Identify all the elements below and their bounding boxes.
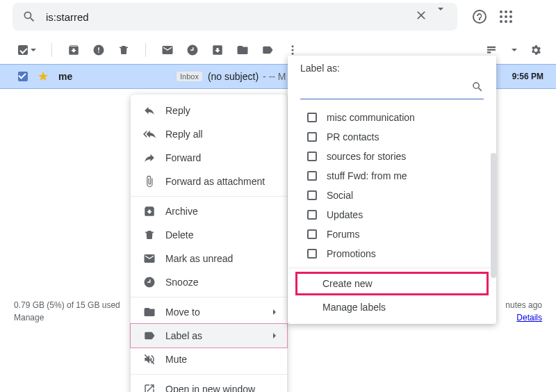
label-option[interactable]: Social — [300, 186, 484, 205]
label-option[interactable]: Updates — [300, 205, 484, 224]
checkbox-icon[interactable] — [307, 132, 317, 142]
folder-icon — [143, 306, 156, 318]
svg-point-0 — [500, 10, 502, 13]
email-subject: (no subject) — [208, 71, 259, 82]
checkbox-icon[interactable] — [307, 249, 317, 259]
ctx-mark-unread[interactable]: Mark as unread — [131, 247, 287, 270]
checkbox-icon[interactable] — [307, 113, 317, 122]
ctx-archive[interactable]: Archive — [131, 199, 287, 223]
search-options-icon[interactable] — [432, 8, 448, 26]
mark-unread-icon[interactable] — [161, 44, 174, 56]
storage-text: 0.79 GB (5%) of 15 GB used — [14, 299, 120, 311]
create-new-label[interactable]: Create new — [296, 272, 488, 295]
checkbox-icon[interactable] — [307, 190, 317, 200]
search-box[interactable] — [13, 3, 457, 31]
manage-labels[interactable]: Manage labels — [296, 296, 488, 318]
chevron-right-icon — [273, 309, 276, 315]
ctx-move-to[interactable]: Move to — [131, 300, 287, 324]
ctx-label-as[interactable]: Label as — [131, 324, 287, 348]
snooze-icon[interactable] — [186, 44, 199, 56]
mute-icon — [143, 353, 156, 366]
header-right — [471, 8, 514, 25]
move-to-icon[interactable] — [236, 44, 249, 56]
inbox-badge: Inbox — [177, 72, 202, 81]
svg-point-11 — [292, 53, 294, 55]
ctx-delete[interactable]: Delete — [131, 223, 287, 247]
label-option[interactable]: Promotions — [300, 244, 484, 263]
add-to-tasks-icon[interactable] — [211, 44, 224, 56]
label-panel: Label as: misc communication PR contacts… — [288, 56, 496, 324]
input-tools-icon[interactable] — [485, 44, 498, 56]
mail-icon — [143, 252, 156, 265]
search-icon — [22, 10, 36, 24]
open-in-new-icon — [143, 383, 156, 392]
svg-point-6 — [500, 20, 502, 23]
ctx-reply[interactable]: Reply — [131, 99, 287, 122]
ctx-snooze[interactable]: Snooze — [131, 270, 287, 294]
more-icon[interactable] — [286, 44, 299, 56]
svg-point-3 — [500, 15, 502, 18]
archive-icon — [143, 205, 156, 218]
toolbar-dropdown-icon[interactable] — [512, 49, 517, 51]
trash-icon — [143, 229, 156, 241]
activity-text: nutes ago — [505, 299, 542, 311]
search-input[interactable] — [46, 11, 410, 23]
search-icon — [471, 81, 484, 96]
ctx-reply-all[interactable]: Reply all — [131, 122, 287, 146]
svg-point-7 — [505, 20, 507, 23]
ctx-forward-attachment[interactable]: Forward as attachment — [131, 170, 287, 193]
reply-all-icon — [143, 128, 156, 140]
label-search-input[interactable] — [300, 83, 471, 94]
row-checkbox[interactable] — [18, 72, 28, 81]
reply-icon — [143, 104, 156, 117]
storage-footer: 0.79 GB (5%) of 15 GB used Manage — [14, 299, 120, 324]
svg-point-8 — [509, 20, 512, 23]
activity-footer: nutes ago Details — [505, 299, 542, 324]
star-icon[interactable]: ★ — [38, 69, 49, 84]
labels-icon[interactable] — [261, 44, 274, 56]
label-search[interactable] — [300, 81, 484, 99]
label-option[interactable]: sources for stories — [300, 147, 484, 166]
ctx-mute[interactable]: Mute — [131, 348, 287, 371]
label-panel-title: Label as: — [296, 63, 488, 74]
apps-icon[interactable] — [498, 8, 514, 25]
settings-icon[interactable] — [530, 44, 542, 56]
label-list: misc communication PR contacts sources f… — [296, 108, 488, 263]
archive-icon[interactable] — [67, 44, 80, 56]
label-option[interactable]: Forums — [300, 224, 484, 244]
help-icon[interactable] — [471, 8, 488, 25]
attachment-icon — [143, 175, 156, 188]
label-icon — [143, 329, 156, 342]
header — [0, 0, 556, 33]
scrollbar[interactable] — [491, 153, 496, 278]
svg-point-4 — [505, 15, 507, 18]
report-spam-icon[interactable] — [92, 44, 105, 56]
manage-link[interactable]: Manage — [14, 313, 44, 322]
clear-icon[interactable] — [410, 6, 432, 28]
checkbox-icon[interactable] — [307, 210, 317, 220]
label-option[interactable]: PR contacts — [300, 127, 484, 147]
delete-icon[interactable] — [117, 44, 130, 56]
svg-point-9 — [292, 45, 294, 47]
ctx-forward[interactable]: Forward — [131, 146, 287, 170]
ctx-open-new-window[interactable]: Open in new window — [131, 377, 287, 392]
svg-point-1 — [505, 10, 507, 13]
checkbox-icon[interactable] — [307, 229, 317, 239]
details-link[interactable]: Details — [516, 313, 542, 322]
email-sender: me — [58, 71, 177, 82]
svg-point-2 — [509, 10, 512, 13]
checkbox-icon[interactable] — [307, 171, 317, 181]
clock-icon — [143, 276, 156, 288]
svg-point-5 — [509, 15, 512, 18]
select-all-checkbox[interactable] — [18, 45, 36, 55]
label-option[interactable]: stuff Fwd: from me — [300, 166, 484, 186]
context-menu: Reply Reply all Forward Forward as attac… — [131, 95, 287, 392]
email-snippet: - -- M — [263, 71, 286, 82]
label-option[interactable]: misc communication — [300, 108, 484, 127]
svg-point-10 — [292, 49, 294, 51]
chevron-right-icon — [273, 333, 276, 338]
email-time: 9:56 PM — [512, 72, 543, 81]
forward-icon — [143, 152, 156, 164]
checkbox-icon[interactable] — [307, 152, 317, 161]
